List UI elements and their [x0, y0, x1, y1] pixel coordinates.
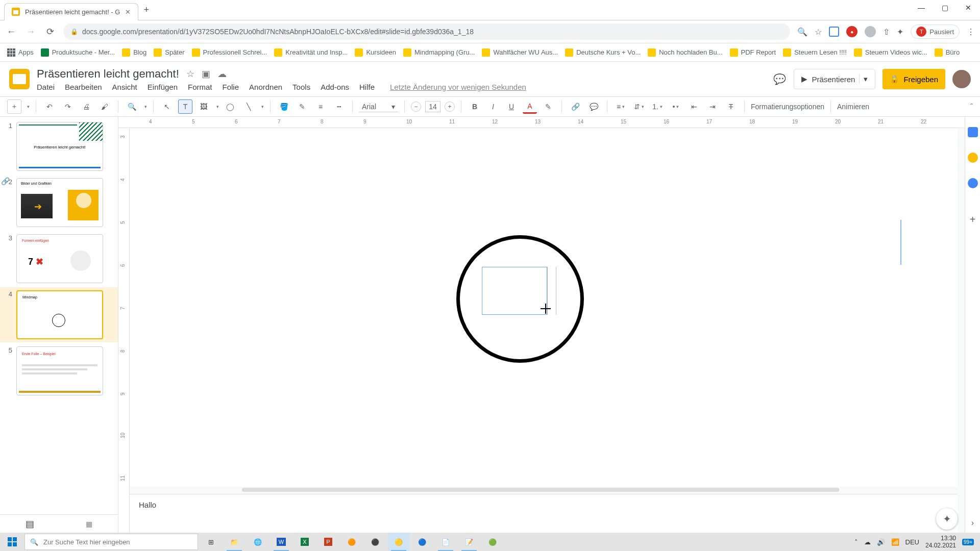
paint-format-button[interactable]: 🖌 [97, 99, 112, 114]
shape-tool-button[interactable]: ◯ [223, 99, 237, 114]
slides-logo-icon[interactable] [9, 69, 30, 89]
bookmark-item[interactable]: Wahlfächer WU Aus... [482, 48, 558, 57]
redo-button[interactable]: ↷ [61, 99, 75, 114]
doc-title[interactable]: Präsentieren leicht gemacht! [37, 67, 179, 81]
tray-onedrive-icon[interactable]: ☁ [864, 538, 871, 546]
undo-button[interactable]: ↶ [42, 99, 57, 114]
menu-file[interactable]: Datei [37, 83, 55, 91]
clear-formatting-button[interactable]: T [724, 99, 738, 114]
share-button[interactable]: 🔒 Freigeben [883, 69, 945, 89]
bookmark-item[interactable]: Steuern Lesen !!!! [783, 48, 847, 57]
profile-paused-chip[interactable]: T Pausiert [911, 24, 960, 39]
taskbar-explorer[interactable]: 📁 [224, 533, 245, 551]
speaker-notes[interactable]: Hallo [130, 494, 958, 533]
slide-canvas[interactable] [130, 128, 958, 487]
format-options-button[interactable]: Formatierungsoptionen [751, 103, 824, 111]
notification-badge[interactable]: 99+ [962, 539, 974, 545]
indent-decrease-button[interactable]: ⇤ [687, 99, 701, 114]
align-button[interactable]: ≡ [614, 99, 628, 114]
window-minimize-button[interactable]: ― [910, 0, 933, 15]
image-tool-button[interactable]: 🖼 [197, 99, 211, 114]
bookmark-item[interactable]: Mindmapping (Gru... [403, 48, 475, 57]
new-tab-button[interactable]: + [143, 5, 149, 15]
taskbar-excel[interactable]: X [294, 533, 315, 551]
slide-thumbnail-4[interactable]: Mindmap [16, 290, 103, 339]
insert-link-button[interactable]: 🔗 [568, 99, 582, 114]
bookmark-item[interactable]: Produktsuche - Mer... [41, 48, 115, 57]
taskbar-spotify[interactable]: 🟢 [482, 533, 503, 551]
star-doc-icon[interactable]: ☆ [186, 68, 194, 80]
insert-comment-button[interactable]: 💬 [586, 99, 601, 114]
vertical-ruler[interactable]: 34567891011 [118, 128, 130, 533]
zoom-dropdown[interactable] [143, 104, 147, 109]
line-spacing-button[interactable]: ⇵ [632, 99, 646, 114]
menu-edit[interactable]: Bearbeiten [65, 83, 102, 91]
collapse-toolbar-icon[interactable]: ˆ [970, 103, 973, 111]
address-bar[interactable]: 🔒 docs.google.com/presentation/d/1yV372S… [63, 23, 790, 40]
underline-button[interactable]: U [504, 99, 519, 114]
filmstrip-view-icon[interactable]: ▤ [26, 518, 34, 530]
bookmark-item[interactable]: Später [154, 48, 184, 57]
taskbar-search[interactable]: 🔍 Zur Suche Text hier eingeben [24, 534, 198, 550]
border-color-button[interactable]: ✎ [295, 99, 309, 114]
taskbar-chrome[interactable]: 🟡 [388, 533, 409, 551]
font-family-select[interactable]: Arial▾ [359, 102, 398, 112]
italic-button[interactable]: I [486, 99, 500, 114]
show-side-panel-button[interactable]: › [971, 518, 974, 528]
explore-button[interactable]: ✦ [936, 508, 958, 530]
numbered-list-button[interactable]: 1. [650, 99, 665, 114]
comments-icon[interactable]: 💬 [772, 72, 787, 86]
zoom-button[interactable]: 🔍 [125, 99, 139, 114]
bookmark-star-icon[interactable]: ☆ [815, 27, 822, 37]
bookmark-item[interactable]: Büro [935, 48, 960, 57]
slide-thumbnail-5[interactable]: Erste Folie – Beispiel [16, 346, 103, 395]
taskbar-word[interactable]: W [271, 533, 292, 551]
cloud-status-icon[interactable]: ☁ [217, 68, 227, 80]
indent-increase-button[interactable]: ⇥ [705, 99, 720, 114]
extension-grey-icon[interactable] [865, 26, 876, 37]
last-edit-link[interactable]: Letzte Änderung vor wenigen Sekunden [390, 83, 526, 91]
chrome-menu-button[interactable]: ⋮ [967, 27, 975, 37]
bookmark-apps[interactable]: Apps [7, 48, 34, 57]
taskbar-powerpoint[interactable]: P [317, 533, 339, 551]
bookmark-item[interactable]: Steuern Videos wic... [854, 48, 927, 57]
fill-color-button[interactable]: 🪣 [277, 99, 291, 114]
tray-wifi-icon[interactable]: 📶 [891, 538, 899, 546]
bookmark-item[interactable]: Kreativität und Insp... [274, 48, 348, 57]
bookmark-item[interactable]: Deutsche Kurs + Vo... [565, 48, 641, 57]
menu-slide[interactable]: Folie [223, 83, 239, 91]
tasks-rail-icon[interactable] [968, 178, 978, 188]
start-button[interactable] [0, 533, 24, 551]
taskbar-app1[interactable]: 🟠 [341, 533, 362, 551]
slide-thumbnail-2[interactable]: Bilder und Grafiken ➔ [16, 178, 103, 227]
account-avatar[interactable] [952, 70, 971, 88]
tray-language[interactable]: DEU [905, 538, 919, 546]
horizontal-ruler[interactable]: 45678910111213141516171819202122 [118, 117, 965, 128]
bookmark-item[interactable]: Noch hochladen Bu... [648, 48, 722, 57]
bookmark-item[interactable]: PDF Report [730, 48, 776, 57]
menu-arrange[interactable]: Anordnen [249, 83, 282, 91]
grid-view-icon[interactable]: ▦ [86, 520, 92, 528]
menu-help[interactable]: Hilfe [359, 83, 375, 91]
move-doc-icon[interactable]: ▣ [202, 68, 210, 80]
adblock-extension-icon[interactable]: ● [846, 26, 857, 37]
tray-volume-icon[interactable]: 🔊 [877, 538, 885, 546]
taskbar-edge2[interactable]: 🔵 [411, 533, 433, 551]
keep-rail-icon[interactable] [968, 153, 978, 163]
bookmark-item[interactable]: Blog [122, 48, 146, 57]
taskbar-app2[interactable]: 📄 [435, 533, 456, 551]
present-button[interactable]: ▶ Präsentieren ▾ [794, 69, 875, 89]
menu-addons[interactable]: Add-ons [321, 83, 349, 91]
bookmark-item[interactable]: Professionell Schrei... [192, 48, 267, 57]
close-tab-icon[interactable]: ✕ [125, 8, 131, 16]
select-tool-button[interactable]: ↖ [160, 99, 174, 114]
slide-thumbnail-1[interactable]: Präsentieren leicht gemacht! [16, 122, 103, 171]
print-button[interactable]: 🖨 [79, 99, 93, 114]
font-size-decrease[interactable]: − [411, 102, 421, 112]
menu-insert[interactable]: Einfügen [148, 83, 178, 91]
bold-button[interactable]: B [468, 99, 482, 114]
textbox-drawing-preview[interactable] [482, 267, 547, 315]
bulleted-list-button[interactable]: • [669, 99, 683, 114]
font-size-input[interactable]: 14 [425, 101, 440, 112]
border-dash-button[interactable]: ┅ [332, 99, 346, 114]
